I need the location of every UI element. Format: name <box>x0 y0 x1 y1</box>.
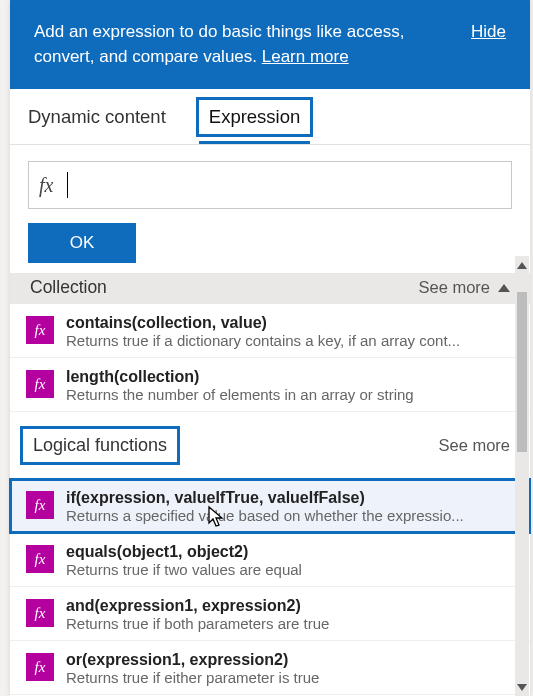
tab-expression[interactable]: Expression <box>196 97 314 137</box>
tab-bar: Dynamic content Expression <box>10 89 530 145</box>
see-more-collection[interactable]: See more <box>418 278 490 297</box>
fx-icon: fx <box>26 316 54 344</box>
logical-functions-list: fx if(expression, valueIfTrue, valueIfFa… <box>10 479 530 695</box>
section-header-logical: Logical functions See more <box>10 412 530 479</box>
info-banner: Add an expression to do basic things lik… <box>10 0 530 89</box>
function-item-equals[interactable]: fx equals(object1, object2) Returns true… <box>10 533 530 587</box>
function-item-contains[interactable]: fx contains(collection, value) Returns t… <box>10 304 530 358</box>
expression-input-wrap[interactable]: fx <box>28 161 512 209</box>
function-item-if[interactable]: fx if(expression, valueIfTrue, valueIfFa… <box>10 479 530 533</box>
function-description: Returns true if either parameter is true <box>66 669 514 686</box>
function-signature: or(expression1, expression2) <box>66 651 514 669</box>
function-description: Returns true if a dictionary contains a … <box>66 332 514 349</box>
function-description: Returns the number of elements in an arr… <box>66 386 514 403</box>
section-title-logical: Logical functions <box>20 426 180 465</box>
collapse-icon[interactable] <box>498 284 510 292</box>
function-item-and[interactable]: fx and(expression1, expression2) Returns… <box>10 587 530 641</box>
section-header-collection: Collection See more <box>10 273 530 304</box>
scrollbar[interactable] <box>515 256 529 696</box>
scroll-up-icon[interactable] <box>517 260 527 270</box>
function-item-or[interactable]: fx or(expression1, expression2) Returns … <box>10 641 530 695</box>
collection-functions-list: fx contains(collection, value) Returns t… <box>10 304 530 412</box>
scroll-down-icon[interactable] <box>517 682 527 692</box>
see-more-logical[interactable]: See more <box>438 436 510 455</box>
function-signature: equals(object1, object2) <box>66 543 514 561</box>
fx-icon: fx <box>26 653 54 681</box>
fx-icon: fx <box>26 599 54 627</box>
function-signature: and(expression1, expression2) <box>66 597 514 615</box>
learn-more-link[interactable]: Learn more <box>262 47 349 66</box>
function-signature: if(expression, valueIfTrue, valueIfFalse… <box>66 489 514 507</box>
banner-message: Add an expression to do basic things lik… <box>34 22 404 66</box>
function-description: Returns true if both parameters are true <box>66 615 514 632</box>
function-description: Returns a specified value based on wheth… <box>66 507 514 524</box>
section-title-collection: Collection <box>30 277 107 298</box>
fx-icon: fx <box>26 491 54 519</box>
expression-panel: Add an expression to do basic things lik… <box>10 0 530 696</box>
scrollbar-thumb[interactable] <box>517 292 527 452</box>
expression-input[interactable] <box>68 162 501 208</box>
fx-icon: fx <box>26 370 54 398</box>
hide-link[interactable]: Hide <box>471 20 506 45</box>
function-description: Returns true if two values are equal <box>66 561 514 578</box>
fx-icon: fx <box>39 174 53 197</box>
fx-icon: fx <box>26 545 54 573</box>
expression-input-area: fx OK <box>10 145 530 273</box>
banner-text: Add an expression to do basic things lik… <box>34 20 434 69</box>
function-signature: contains(collection, value) <box>66 314 514 332</box>
function-signature: length(collection) <box>66 368 514 386</box>
function-item-length[interactable]: fx length(collection) Returns the number… <box>10 358 530 412</box>
ok-button[interactable]: OK <box>28 223 136 263</box>
tab-dynamic-content[interactable]: Dynamic content <box>28 89 166 144</box>
